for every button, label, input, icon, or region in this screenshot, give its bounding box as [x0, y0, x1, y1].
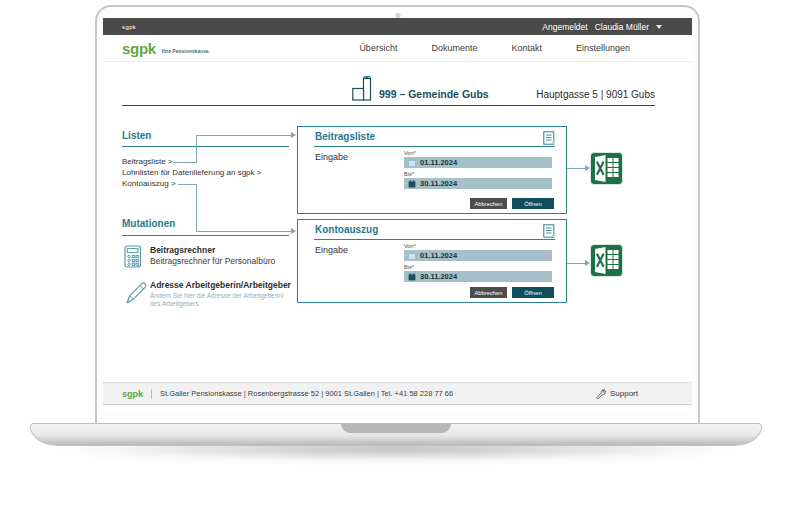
oeffnen-button[interactable]: Öffnen — [512, 198, 554, 209]
abbrechen-button[interactable]: Abbrechen — [470, 287, 507, 298]
user-menu[interactable]: Angemeldet Claudia Müller — [542, 22, 662, 32]
wrench-icon — [595, 388, 606, 399]
link-lohnlisten[interactable]: Lohnlisten für Datenlieferung an sgpk > — [122, 167, 261, 178]
user-name: Claudia Müller — [595, 22, 649, 32]
oeffnen-button[interactable]: Öffnen — [512, 287, 554, 298]
logo-tagline: Ihre Pensionskasse. — [162, 48, 210, 54]
nav-item-einstellungen[interactable]: Einstellungen — [576, 43, 630, 53]
connector-line — [196, 135, 291, 136]
connector-line — [567, 263, 585, 264]
panel-separator — [314, 146, 555, 147]
excel-export-icon[interactable] — [590, 244, 623, 277]
nav-bar: sgpk Ihre Pensionskasse. Übersicht Dokum… — [103, 35, 692, 62]
document-icon — [543, 224, 555, 238]
adresse-arbeitgeber-title[interactable]: Adresse Arbeitgeberin/Arbeitgeber — [150, 280, 291, 290]
eingabe-label: Eingabe — [315, 152, 348, 162]
nav-item-uebersicht[interactable]: Übersicht — [359, 43, 397, 53]
connector-line — [196, 135, 197, 163]
listen-heading: Listen — [122, 130, 151, 141]
topbar-brand: sgpk — [122, 24, 136, 30]
building-icon — [352, 76, 373, 101]
support-label: Support — [610, 389, 638, 398]
von-label: Von* — [404, 243, 552, 249]
connector-line — [196, 231, 291, 232]
calendar-filled-icon — [408, 273, 416, 281]
support-link[interactable]: Support — [595, 388, 638, 399]
client-address: Hauptgasse 5 | 9091 Gubs — [536, 89, 655, 100]
footer-contact-text: St.Galler Pensionskasse | Rosenbergstras… — [160, 389, 453, 398]
connector-line — [173, 162, 196, 163]
logged-in-label: Angemeldet — [542, 22, 587, 32]
bis-date-input[interactable]: 30.11.2024 — [404, 178, 552, 189]
listen-underline — [122, 146, 289, 147]
beitragsrechner-subtitle: Beitragsrechner für Personalbüro — [150, 256, 275, 266]
eingabe-label: Eingabe — [315, 245, 348, 255]
connector-arrow-icon — [291, 228, 296, 234]
client-header: 999 – Gemeinde Gubs Hauptgasse 5 | 9091 … — [122, 68, 655, 106]
panel-separator — [314, 239, 555, 240]
kontoauszug-panel: Kontoauszug Eingabe Von* 01.11.2024 Bis* — [297, 219, 567, 303]
adresse-arbeitgeber-subtitle: Ändern Sie hier die Adresse der Arbeitge… — [150, 292, 284, 308]
document-icon — [543, 131, 555, 145]
connector-line — [178, 184, 196, 185]
abbrechen-button[interactable]: Abbrechen — [470, 198, 507, 209]
top-bar: sgpk Angemeldet Claudia Müller — [103, 18, 692, 35]
beitragsliste-panel-title: Beitragsliste — [315, 131, 375, 142]
beitragsliste-panel: Beitragsliste Eingabe Von* 01.11.2024 Bi… — [297, 126, 567, 214]
footer-brand: sgpk — [122, 389, 143, 399]
calendar-filled-icon — [408, 180, 416, 188]
bis-label: Bis* — [404, 171, 552, 177]
calendar-outline-icon — [408, 159, 416, 167]
von-label: Von* — [404, 150, 552, 156]
app-screen: sgpk Angemeldet Claudia Müller sgpk Ihre… — [103, 18, 692, 412]
connector-line — [567, 168, 585, 169]
beitragsliste-form: Von* 01.11.2024 Bis* 30.11.2024 — [404, 150, 552, 192]
excel-export-icon[interactable] — [590, 152, 623, 185]
kontoauszug-actions: Abbrechen Öffnen — [470, 287, 554, 298]
calculator-icon — [124, 245, 142, 268]
mutationen-underline — [122, 235, 289, 236]
footer: sgpk St.Galler Pensionskasse | Rosenberg… — [103, 382, 692, 405]
connector-arrow-icon — [291, 132, 296, 138]
nav-item-dokumente[interactable]: Dokumente — [431, 43, 477, 53]
page: sgpk Angemeldet Claudia Müller sgpk Ihre… — [0, 0, 792, 528]
beitragsliste-actions: Abbrechen Öffnen — [470, 198, 554, 209]
connector-line — [196, 184, 197, 231]
bis-date-input[interactable]: 30.11.2024 — [404, 271, 552, 282]
beitragsrechner-title[interactable]: Beitragsrechner — [150, 245, 215, 255]
laptop-base — [30, 423, 762, 446]
nav-items: Übersicht Dokumente Kontakt Einstellunge… — [359, 43, 630, 53]
kontoauszug-panel-title: Kontoauszug — [315, 224, 378, 235]
pencil-icon — [124, 280, 148, 306]
laptop-base-notch — [341, 424, 451, 433]
chevron-down-icon — [656, 25, 662, 29]
nav-item-kontakt[interactable]: Kontakt — [511, 43, 542, 53]
kontoauszug-form: Von* 01.11.2024 Bis* 30.11.2024 — [404, 243, 552, 285]
footer-divider — [151, 389, 152, 399]
calendar-outline-icon — [408, 252, 416, 260]
bis-label: Bis* — [404, 264, 552, 270]
sgpk-logo[interactable]: sgpk — [122, 40, 156, 57]
client-title: 999 – Gemeinde Gubs — [379, 88, 489, 100]
von-date-input[interactable]: 01.11.2024 — [404, 157, 552, 168]
mutationen-heading: Mutationen — [122, 218, 175, 229]
von-date-input[interactable]: 01.11.2024 — [404, 250, 552, 261]
